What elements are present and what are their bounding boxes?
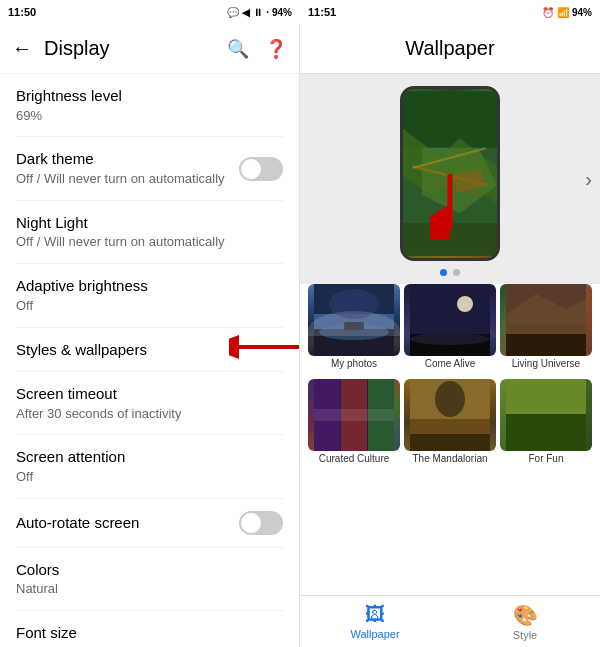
right-status-bar: 11:51 ⏰ 📶 94% xyxy=(300,0,600,24)
svg-point-20 xyxy=(457,296,473,312)
left-status-bar: 11:50 💬 ◀ ⏸ · 94% xyxy=(0,0,300,24)
search-button[interactable]: 🔍 xyxy=(227,38,249,60)
living-universe-col: Living Universe xyxy=(500,284,592,373)
auto-rotate-name: Auto-rotate screen xyxy=(16,513,139,533)
screen-timeout-value: After 30 seconds of inactivity xyxy=(16,406,181,423)
left-panel: ← Display 🔍 ❓ Brightness level 69% xyxy=(0,24,300,647)
wallpaper-nav-icon: 🖼 xyxy=(365,603,385,626)
right-time: 11:51 xyxy=(308,6,336,18)
main-split: ← Display 🔍 ❓ Brightness level 69% xyxy=(0,24,600,647)
settings-list: Brightness level 69% Dark theme Off / Wi… xyxy=(0,74,299,647)
display-title: Display xyxy=(44,37,227,60)
battery-pct-right: 94% xyxy=(572,7,592,18)
curated-culture-col: Curated Culture xyxy=(308,379,400,468)
screen-attention-item[interactable]: Screen attention Off xyxy=(0,435,299,497)
brightness-name: Brightness level xyxy=(16,86,122,106)
my-photos-label: My photos xyxy=(308,358,400,369)
whatsapp-icon: 💬 xyxy=(227,7,239,18)
nav-wallpaper[interactable]: 🖼 Wallpaper xyxy=(300,596,450,647)
svg-rect-35 xyxy=(410,434,490,451)
svg-rect-15 xyxy=(314,329,394,356)
svg-rect-37 xyxy=(506,379,586,414)
night-light-value: Off / Will never turn on automatically xyxy=(16,234,225,251)
for-fun-thumb[interactable] xyxy=(500,379,592,451)
auto-rotate-toggle[interactable] xyxy=(239,511,283,535)
signal-icon: ◀ xyxy=(242,7,250,18)
status-bars: 11:50 💬 ◀ ⏸ · 94% 11:51 ⏰ 📶 94% xyxy=(0,0,600,24)
wifi-icon: 📶 xyxy=(557,7,569,18)
help-button[interactable]: ❓ xyxy=(265,38,287,60)
adaptive-brightness-item[interactable]: Adaptive brightness Off xyxy=(0,264,299,326)
adaptive-brightness-name: Adaptive brightness xyxy=(16,276,148,296)
screen-timeout-name: Screen timeout xyxy=(16,384,181,404)
come-alive-col: Come Alive xyxy=(404,284,496,373)
night-light-name: Night Light xyxy=(16,213,225,233)
wallpaper-grid-row1: My photos Come Alive xyxy=(308,284,592,373)
living-universe-thumb[interactable] xyxy=(500,284,592,356)
dot-2 xyxy=(453,269,460,276)
left-status-icons: 💬 ◀ ⏸ · 94% xyxy=(227,7,292,18)
colors-item[interactable]: Colors Natural xyxy=(0,548,299,610)
my-photos-col: My photos xyxy=(308,284,400,373)
svg-rect-17 xyxy=(344,322,364,330)
wallpaper-sections: My photos Come Alive xyxy=(300,284,600,595)
auto-rotate-item[interactable]: Auto-rotate screen xyxy=(0,499,299,547)
style-nav-label: Style xyxy=(513,629,537,641)
for-fun-label: For Fun xyxy=(500,453,592,464)
colors-name: Colors xyxy=(16,560,59,580)
svg-rect-3 xyxy=(403,91,497,147)
night-light-item[interactable]: Night Light Off / Will never turn on aut… xyxy=(0,201,299,263)
back-button[interactable]: ← xyxy=(12,37,32,60)
wallpaper-nav-label: Wallpaper xyxy=(350,628,399,640)
screen-attention-name: Screen attention xyxy=(16,447,125,467)
dark-theme-name: Dark theme xyxy=(16,149,225,169)
curated-culture-thumb[interactable] xyxy=(308,379,400,451)
chevron-right-button[interactable]: › xyxy=(585,168,592,191)
svg-point-22 xyxy=(410,333,490,345)
wallpaper-header: Wallpaper xyxy=(300,24,600,74)
svg-rect-19 xyxy=(410,284,490,334)
dark-theme-toggle[interactable] xyxy=(239,157,283,181)
svg-rect-26 xyxy=(506,334,586,356)
font-size-item[interactable]: Font size Default xyxy=(0,611,299,647)
dots-indicator xyxy=(440,269,460,276)
right-panel: Wallpaper xyxy=(300,24,600,647)
styles-name: Styles & wallpapers xyxy=(16,340,147,360)
come-alive-thumb[interactable] xyxy=(404,284,496,356)
adaptive-brightness-value: Off xyxy=(16,298,148,315)
wallpaper-title: Wallpaper xyxy=(405,37,494,60)
font-size-name: Font size xyxy=(16,623,77,643)
bottom-nav: 🖼 Wallpaper 🎨 Style xyxy=(300,595,600,647)
my-photos-thumb[interactable] xyxy=(308,284,400,356)
display-header: ← Display 🔍 ❓ xyxy=(0,24,299,74)
living-universe-label: Living Universe xyxy=(500,358,592,369)
brightness-value: 69% xyxy=(16,108,122,125)
red-arrow-annotation xyxy=(229,332,299,366)
svg-point-34 xyxy=(435,381,465,417)
screen-attention-value: Off xyxy=(16,469,125,486)
svg-rect-31 xyxy=(314,409,394,421)
style-nav-icon: 🎨 xyxy=(513,603,538,627)
brightness-level-item[interactable]: Brightness level 69% xyxy=(0,74,299,136)
alarm-icon: ⏰ xyxy=(542,7,554,18)
mandalorian-label: The Mandalorian xyxy=(404,453,496,464)
wallpaper-preview-area: › xyxy=(300,74,600,284)
left-time: 11:50 xyxy=(8,6,36,18)
wallpaper-grid-row2: Curated Culture The Mandalorian xyxy=(308,379,592,468)
dark-theme-value: Off / Will never turn on automatically xyxy=(16,171,225,188)
down-arrow-annotation xyxy=(430,169,470,243)
svg-rect-38 xyxy=(506,414,586,451)
mandalorian-thumb[interactable] xyxy=(404,379,496,451)
dot-icon: · xyxy=(266,7,269,18)
svg-point-16 xyxy=(319,324,389,340)
header-icons: 🔍 ❓ xyxy=(227,38,287,60)
pause-icon: ⏸ xyxy=(253,7,263,18)
screen-timeout-item[interactable]: Screen timeout After 30 seconds of inact… xyxy=(0,372,299,434)
nav-style[interactable]: 🎨 Style xyxy=(450,596,600,647)
dark-theme-item[interactable]: Dark theme Off / Will never turn on auto… xyxy=(0,137,299,199)
styles-wallpapers-item[interactable]: Styles & wallpapers xyxy=(0,328,299,372)
dot-1 xyxy=(440,269,447,276)
mandalorian-col: The Mandalorian xyxy=(404,379,496,468)
colors-value: Natural xyxy=(16,581,59,598)
battery-pct-left: 94% xyxy=(272,7,292,18)
